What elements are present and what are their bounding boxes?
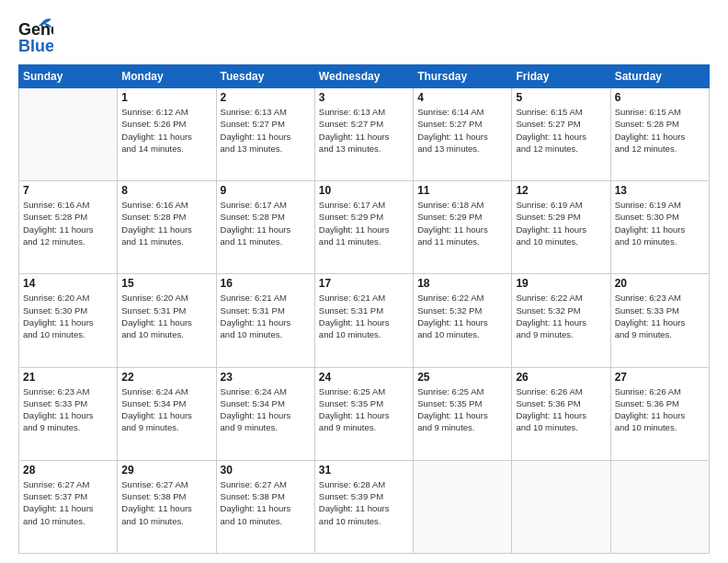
day-info: Sunrise: 6:13 AM Sunset: 5:27 PM Dayligh…: [221, 106, 311, 155]
day-info: Sunrise: 6:20 AM Sunset: 5:31 PM Dayligh…: [121, 292, 211, 340]
day-info: Sunrise: 6:27 AM Sunset: 5:38 PM Dayligh…: [121, 478, 211, 527]
day-info: Sunrise: 6:25 AM Sunset: 5:35 PM Dayligh…: [319, 385, 409, 434]
day-number: 1: [121, 91, 211, 104]
calendar-cell: 6Sunrise: 6:15 AM Sunset: 5:28 PM Daylig…: [610, 88, 709, 181]
day-info: Sunrise: 6:22 AM Sunset: 5:32 PM Dayligh…: [417, 292, 507, 340]
day-info: Sunrise: 6:13 AM Sunset: 5:27 PM Dayligh…: [319, 106, 409, 155]
weekday-header: Friday: [512, 65, 610, 88]
calendar-cell: 1Sunrise: 6:12 AM Sunset: 5:26 PM Daylig…: [118, 88, 216, 181]
calendar-cell: 12Sunrise: 6:19 AM Sunset: 5:29 PM Dayli…: [512, 181, 610, 274]
day-info: Sunrise: 6:25 AM Sunset: 5:35 PM Dayligh…: [417, 385, 507, 434]
calendar-cell: 26Sunrise: 6:26 AM Sunset: 5:36 PM Dayli…: [512, 367, 610, 460]
day-info: Sunrise: 6:15 AM Sunset: 5:28 PM Dayligh…: [615, 106, 705, 155]
day-number: 25: [417, 371, 507, 384]
svg-text:Blue: Blue: [18, 37, 53, 55]
day-info: Sunrise: 6:16 AM Sunset: 5:28 PM Dayligh…: [121, 199, 211, 247]
calendar-cell: 18Sunrise: 6:22 AM Sunset: 5:32 PM Dayli…: [414, 274, 512, 367]
day-number: 20: [615, 277, 705, 290]
calendar-cell: [610, 460, 709, 553]
calendar-cell: [19, 88, 118, 181]
weekday-header: Thursday: [414, 65, 512, 88]
svg-text:General: General: [18, 20, 53, 39]
day-number: 10: [319, 184, 409, 197]
calendar-cell: 20Sunrise: 6:23 AM Sunset: 5:33 PM Dayli…: [610, 274, 709, 367]
calendar-cell: [414, 460, 512, 553]
calendar-cell: 13Sunrise: 6:19 AM Sunset: 5:30 PM Dayli…: [610, 181, 709, 274]
day-number: 27: [615, 371, 705, 384]
day-number: 8: [121, 184, 211, 197]
weekday-header: Tuesday: [216, 65, 314, 88]
logo-icon: General Blue: [18, 17, 53, 55]
day-number: 28: [23, 464, 113, 477]
day-info: Sunrise: 6:23 AM Sunset: 5:33 PM Dayligh…: [23, 385, 113, 434]
weekday-header: Monday: [118, 65, 216, 88]
calendar-cell: 30Sunrise: 6:27 AM Sunset: 5:38 PM Dayli…: [216, 460, 314, 553]
calendar-cell: 23Sunrise: 6:24 AM Sunset: 5:34 PM Dayli…: [216, 367, 314, 460]
calendar-cell: 29Sunrise: 6:27 AM Sunset: 5:38 PM Dayli…: [118, 460, 216, 553]
day-number: 4: [417, 91, 507, 104]
calendar-table: SundayMondayTuesdayWednesdayThursdayFrid…: [18, 64, 710, 554]
calendar-cell: 24Sunrise: 6:25 AM Sunset: 5:35 PM Dayli…: [314, 367, 413, 460]
day-number: 11: [417, 184, 507, 197]
day-info: Sunrise: 6:22 AM Sunset: 5:32 PM Dayligh…: [516, 292, 606, 340]
calendar-cell: 22Sunrise: 6:24 AM Sunset: 5:34 PM Dayli…: [118, 367, 216, 460]
logo: General Blue: [18, 17, 55, 55]
calendar-week-row: 7Sunrise: 6:16 AM Sunset: 5:28 PM Daylig…: [19, 181, 710, 274]
day-info: Sunrise: 6:26 AM Sunset: 5:36 PM Dayligh…: [516, 385, 606, 434]
day-info: Sunrise: 6:19 AM Sunset: 5:29 PM Dayligh…: [516, 199, 606, 247]
day-info: Sunrise: 6:23 AM Sunset: 5:33 PM Dayligh…: [615, 292, 705, 340]
calendar-cell: 31Sunrise: 6:28 AM Sunset: 5:39 PM Dayli…: [314, 460, 413, 553]
calendar-cell: 8Sunrise: 6:16 AM Sunset: 5:28 PM Daylig…: [118, 181, 216, 274]
weekday-header: Sunday: [19, 65, 118, 88]
calendar-cell: 7Sunrise: 6:16 AM Sunset: 5:28 PM Daylig…: [19, 181, 118, 274]
day-number: 5: [516, 91, 606, 104]
day-number: 30: [221, 464, 311, 477]
page: General Blue SundayMondayTuesdayWednesda…: [0, 0, 728, 563]
calendar-cell: 15Sunrise: 6:20 AM Sunset: 5:31 PM Dayli…: [118, 274, 216, 367]
day-number: 22: [121, 371, 211, 384]
day-number: 23: [221, 371, 311, 384]
day-info: Sunrise: 6:18 AM Sunset: 5:29 PM Dayligh…: [417, 199, 507, 247]
calendar-cell: 25Sunrise: 6:25 AM Sunset: 5:35 PM Dayli…: [414, 367, 512, 460]
day-info: Sunrise: 6:27 AM Sunset: 5:37 PM Dayligh…: [23, 478, 113, 527]
calendar-cell: [512, 460, 610, 553]
day-info: Sunrise: 6:21 AM Sunset: 5:31 PM Dayligh…: [319, 292, 409, 340]
day-number: 31: [319, 464, 409, 477]
calendar-week-row: 28Sunrise: 6:27 AM Sunset: 5:37 PM Dayli…: [19, 460, 710, 553]
calendar-cell: 17Sunrise: 6:21 AM Sunset: 5:31 PM Dayli…: [314, 274, 413, 367]
day-info: Sunrise: 6:16 AM Sunset: 5:28 PM Dayligh…: [23, 199, 113, 247]
calendar-cell: 11Sunrise: 6:18 AM Sunset: 5:29 PM Dayli…: [414, 181, 512, 274]
calendar-cell: 14Sunrise: 6:20 AM Sunset: 5:30 PM Dayli…: [19, 274, 118, 367]
day-number: 16: [221, 277, 311, 290]
day-info: Sunrise: 6:20 AM Sunset: 5:30 PM Dayligh…: [23, 292, 113, 340]
day-info: Sunrise: 6:17 AM Sunset: 5:28 PM Dayligh…: [221, 199, 311, 247]
calendar-cell: 9Sunrise: 6:17 AM Sunset: 5:28 PM Daylig…: [216, 181, 314, 274]
calendar-cell: 27Sunrise: 6:26 AM Sunset: 5:36 PM Dayli…: [610, 367, 709, 460]
day-number: 29: [121, 464, 211, 477]
day-info: Sunrise: 6:24 AM Sunset: 5:34 PM Dayligh…: [121, 385, 211, 434]
day-info: Sunrise: 6:14 AM Sunset: 5:27 PM Dayligh…: [417, 106, 507, 155]
calendar-cell: 28Sunrise: 6:27 AM Sunset: 5:37 PM Dayli…: [19, 460, 118, 553]
calendar-cell: 21Sunrise: 6:23 AM Sunset: 5:33 PM Dayli…: [19, 367, 118, 460]
day-info: Sunrise: 6:17 AM Sunset: 5:29 PM Dayligh…: [319, 199, 409, 247]
day-number: 7: [23, 184, 113, 197]
header: General Blue: [18, 17, 710, 55]
day-number: 19: [516, 277, 606, 290]
weekday-header: Saturday: [610, 65, 709, 88]
day-number: 12: [516, 184, 606, 197]
day-info: Sunrise: 6:19 AM Sunset: 5:30 PM Dayligh…: [615, 199, 705, 247]
day-info: Sunrise: 6:12 AM Sunset: 5:26 PM Dayligh…: [121, 106, 211, 155]
day-number: 2: [221, 91, 311, 104]
day-info: Sunrise: 6:21 AM Sunset: 5:31 PM Dayligh…: [221, 292, 311, 340]
day-number: 3: [319, 91, 409, 104]
day-info: Sunrise: 6:24 AM Sunset: 5:34 PM Dayligh…: [221, 385, 311, 434]
day-number: 18: [417, 277, 507, 290]
calendar-cell: 3Sunrise: 6:13 AM Sunset: 5:27 PM Daylig…: [314, 88, 413, 181]
day-info: Sunrise: 6:27 AM Sunset: 5:38 PM Dayligh…: [221, 478, 311, 527]
calendar-header-row: SundayMondayTuesdayWednesdayThursdayFrid…: [19, 65, 710, 88]
day-info: Sunrise: 6:26 AM Sunset: 5:36 PM Dayligh…: [615, 385, 705, 434]
weekday-header: Wednesday: [314, 65, 413, 88]
day-number: 13: [615, 184, 705, 197]
day-number: 9: [221, 184, 311, 197]
day-number: 21: [23, 371, 113, 384]
